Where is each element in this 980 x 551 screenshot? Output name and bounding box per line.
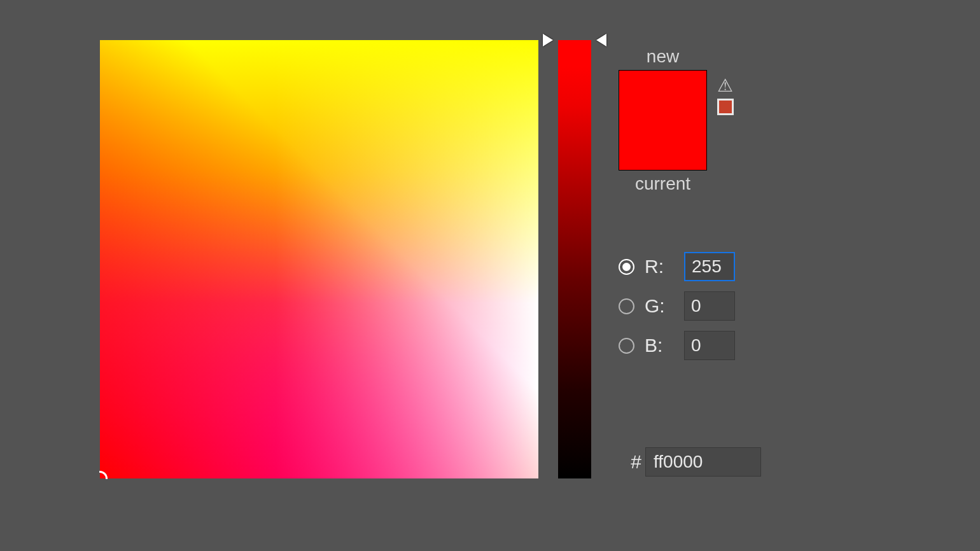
- channel-row-r: R:: [619, 247, 735, 286]
- input-g[interactable]: [684, 291, 735, 321]
- radio-b[interactable]: [619, 338, 634, 354]
- label-b: B:: [645, 335, 684, 356]
- slider-handle-left-icon[interactable]: [543, 34, 553, 46]
- input-r[interactable]: [684, 252, 735, 281]
- color-picker-panel: new current ⚠ R: G: B: #: [100, 40, 876, 485]
- hex-label: #: [619, 451, 641, 473]
- sv-cursor-icon: [92, 471, 108, 486]
- new-color-label: new: [619, 46, 707, 67]
- saturation-value-field[interactable]: [100, 40, 538, 478]
- gamut-warning-icon[interactable]: ⚠: [717, 77, 733, 95]
- slider-handle-right-icon[interactable]: [596, 34, 606, 46]
- label-g: G:: [645, 295, 684, 317]
- current-color-label: current: [619, 174, 707, 194]
- label-r: R:: [645, 256, 684, 277]
- input-b[interactable]: [684, 331, 735, 360]
- hex-input[interactable]: [645, 447, 761, 477]
- radio-r[interactable]: [619, 259, 634, 275]
- channel-row-g: G:: [619, 286, 735, 326]
- channel-row-b: B:: [619, 326, 735, 365]
- current-color-swatch[interactable]: [619, 120, 706, 170]
- preview-swatch-box: [619, 70, 707, 171]
- radio-g[interactable]: [619, 298, 634, 314]
- gamut-suggestion-swatch[interactable]: [717, 99, 734, 115]
- rgb-inputs: R: G: B:: [619, 247, 735, 365]
- new-color-swatch[interactable]: [619, 71, 706, 120]
- hex-row: #: [619, 447, 761, 477]
- channel-slider[interactable]: [558, 40, 591, 478]
